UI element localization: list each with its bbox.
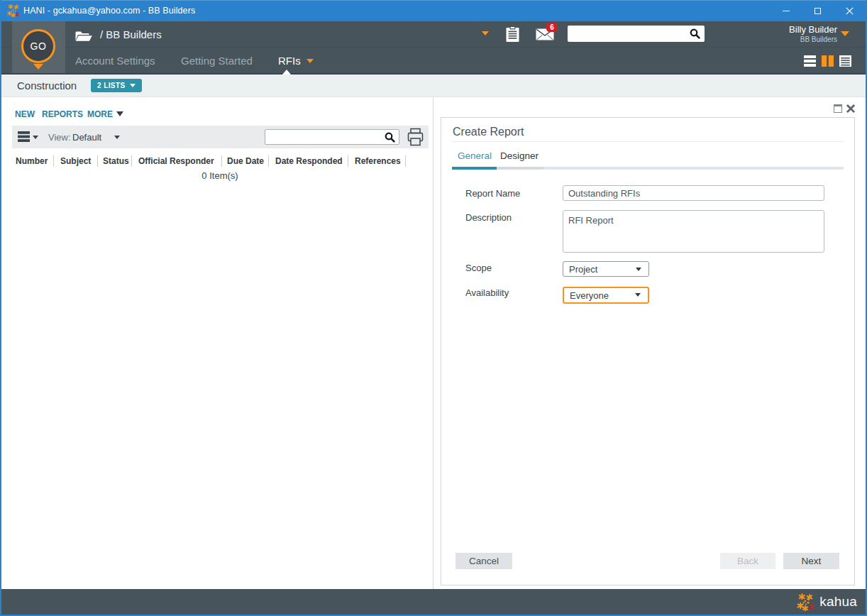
project-bar: Construction 2 LISTS — [1, 73, 866, 97]
app-nav: Account Settings Getting Started RFIs — [1, 47, 866, 73]
view-caret-icon[interactable] — [114, 136, 120, 139]
more-button[interactable]: MORE — [87, 109, 113, 119]
create-report-panel: Create Report General Designer Report Na… — [434, 97, 866, 589]
column-status[interactable]: Status — [103, 153, 129, 169]
workspace-caret-icon[interactable] — [482, 31, 489, 35]
lists-caret-icon — [130, 84, 136, 87]
scope-caret-icon — [636, 268, 641, 271]
more-caret-icon[interactable] — [116, 111, 123, 116]
kahua-logo-icon — [796, 593, 815, 612]
description-label: Description — [465, 213, 512, 223]
project-name: Construction — [17, 75, 77, 97]
user-name: Billy Builder — [789, 24, 837, 35]
tab-designer[interactable]: Designer — [500, 149, 539, 163]
list-search-icon[interactable] — [385, 132, 395, 143]
reports-button[interactable]: REPORTS — [42, 109, 83, 119]
panel-close-icon[interactable] — [845, 103, 856, 114]
app-launcher-label: GO — [31, 40, 47, 52]
search-icon[interactable] — [690, 28, 700, 39]
popout-icon[interactable] — [834, 104, 842, 113]
list-search-input[interactable] — [265, 130, 399, 144]
availability-value: Everyone — [570, 288, 609, 302]
column-number[interactable]: Number — [16, 153, 48, 169]
messages-badge: 6 — [546, 23, 558, 32]
lists-dropdown-button[interactable]: 2 LISTS — [91, 79, 142, 92]
window-title: HANI - gckahua@yahoo.com - BB Builders — [23, 0, 195, 21]
nav-item-account-settings[interactable]: Account Settings — [75, 48, 155, 73]
next-button[interactable]: Next — [783, 553, 839, 569]
description-input[interactable]: RFI Report — [563, 210, 824, 253]
column-due-date[interactable]: Due Date — [227, 153, 264, 169]
cancel-button[interactable]: Cancel — [455, 553, 512, 569]
create-report-card: Create Report General Designer Report Na… — [441, 117, 855, 585]
availability-label: Availability — [465, 288, 509, 298]
report-name-label: Report Name — [465, 189, 520, 199]
brand: kahua — [796, 589, 857, 615]
list-empty-message: 0 Item(s) — [1, 170, 438, 181]
rfi-list-panel: NEW REPORTS MORE View: Default — [1, 97, 433, 589]
new-button[interactable]: NEW — [15, 109, 35, 119]
scope-value: Project — [569, 262, 597, 276]
tab-general[interactable]: General — [458, 149, 492, 163]
global-search — [568, 26, 705, 42]
tabline-general-active — [452, 167, 497, 170]
layout-switcher — [804, 55, 851, 67]
active-tab-notch — [282, 70, 291, 75]
maximize-button[interactable] — [802, 0, 834, 21]
titlebar: HANI - gckahua@yahoo.com - BB Builders — [1, 0, 866, 21]
tabline-designer — [497, 167, 543, 170]
nav-item-getting-started[interactable]: Getting Started — [181, 48, 253, 73]
availability-select[interactable]: Everyone — [563, 287, 649, 304]
list-toolbar: View: Default — [12, 126, 429, 148]
brand-name: kahua — [819, 594, 857, 610]
list-menu-caret-icon[interactable] — [33, 136, 38, 139]
split-view-icon[interactable] — [822, 55, 834, 67]
list-search — [265, 129, 399, 145]
list-menu-icon[interactable] — [18, 131, 30, 142]
user-menu[interactable]: Billy Builder BB Builders — [789, 24, 837, 44]
minimize-button[interactable] — [770, 0, 802, 21]
list-view-icon[interactable] — [839, 55, 851, 67]
print-icon[interactable] — [407, 128, 424, 146]
app-launcher[interactable]: GO — [12, 21, 65, 73]
title-divider — [453, 141, 844, 142]
scope-label: Scope — [465, 263, 492, 273]
column-references[interactable]: References — [355, 153, 401, 169]
app-icon — [6, 4, 21, 18]
app-launcher-badge: GO — [21, 29, 55, 63]
availability-caret-icon — [635, 293, 641, 297]
app-footer: kahua — [1, 589, 866, 615]
app-window: HANI - gckahua@yahoo.com - BB Builders /… — [0, 0, 867, 616]
workspace-folder-icon[interactable] — [74, 31, 93, 42]
maximize-icon — [814, 8, 821, 14]
back-button[interactable]: Back — [720, 553, 775, 569]
list-header-row: Number Subject Status Official Responder… — [1, 153, 433, 169]
scope-select[interactable]: Project — [563, 261, 649, 277]
content-area: NEW REPORTS MORE View: Default — [1, 97, 866, 589]
close-icon — [846, 7, 854, 15]
user-menu-caret-icon[interactable] — [841, 31, 849, 36]
window-controls — [770, 0, 866, 21]
app-launcher-pin-icon — [33, 64, 43, 70]
close-button[interactable] — [834, 0, 866, 21]
messages-button[interactable]: 6 — [536, 28, 554, 40]
lists-dropdown-label: 2 LISTS — [97, 82, 125, 89]
breadcrumb-workspace[interactable]: / BB Builders — [100, 21, 162, 47]
dialog-title: Create Report — [453, 126, 524, 138]
global-search-input[interactable] — [568, 26, 705, 42]
column-subject[interactable]: Subject — [60, 153, 91, 169]
rows-view-icon[interactable] — [804, 55, 816, 67]
view-label: View: — [48, 126, 71, 148]
rfis-caret-icon[interactable] — [307, 59, 314, 63]
minimize-icon — [783, 11, 790, 11]
report-name-input[interactable] — [563, 185, 824, 201]
user-organization: BB Builders — [789, 35, 837, 44]
column-date-responded[interactable]: Date Responded — [275, 153, 343, 169]
column-official-responder[interactable]: Official Responder — [138, 153, 214, 169]
tasks-icon[interactable] — [506, 26, 519, 42]
app-header: / BB Builders 6 — [1, 21, 866, 47]
view-selector[interactable]: Default — [72, 126, 101, 148]
